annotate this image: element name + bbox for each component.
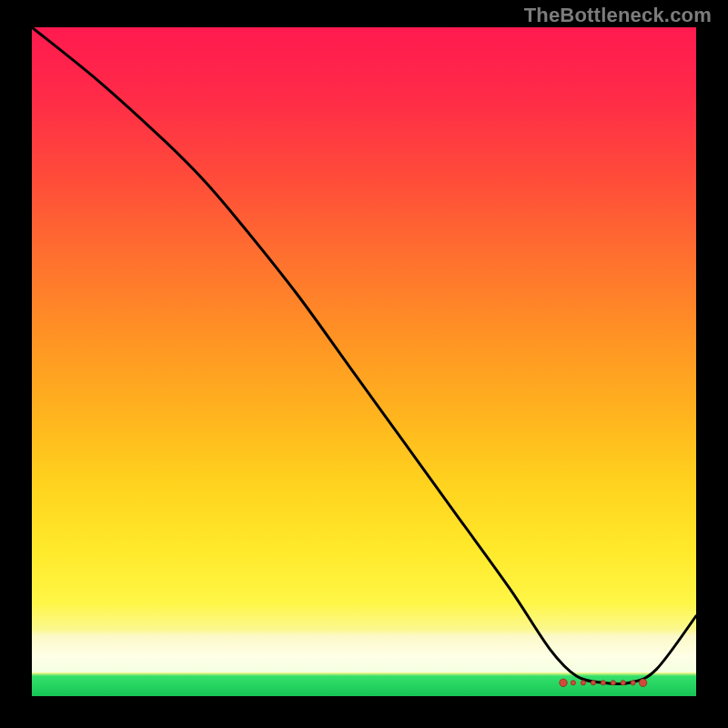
- chart-frame: TheBottleneck.com: [0, 0, 728, 728]
- minimum-dots: [560, 679, 647, 686]
- minimum-dot: [631, 681, 635, 685]
- plot-area: [32, 27, 696, 696]
- minimum-dot: [639, 679, 646, 686]
- minimum-dot: [571, 681, 575, 685]
- minimum-dot: [601, 681, 605, 685]
- minimum-dot: [581, 681, 585, 685]
- chart-svg: [32, 27, 696, 696]
- minimum-dot: [560, 679, 567, 686]
- main-curve: [32, 27, 696, 684]
- minimum-dot: [611, 681, 615, 685]
- watermark-text: TheBottleneck.com: [524, 4, 712, 27]
- minimum-dot: [621, 681, 625, 685]
- minimum-dot: [591, 681, 595, 685]
